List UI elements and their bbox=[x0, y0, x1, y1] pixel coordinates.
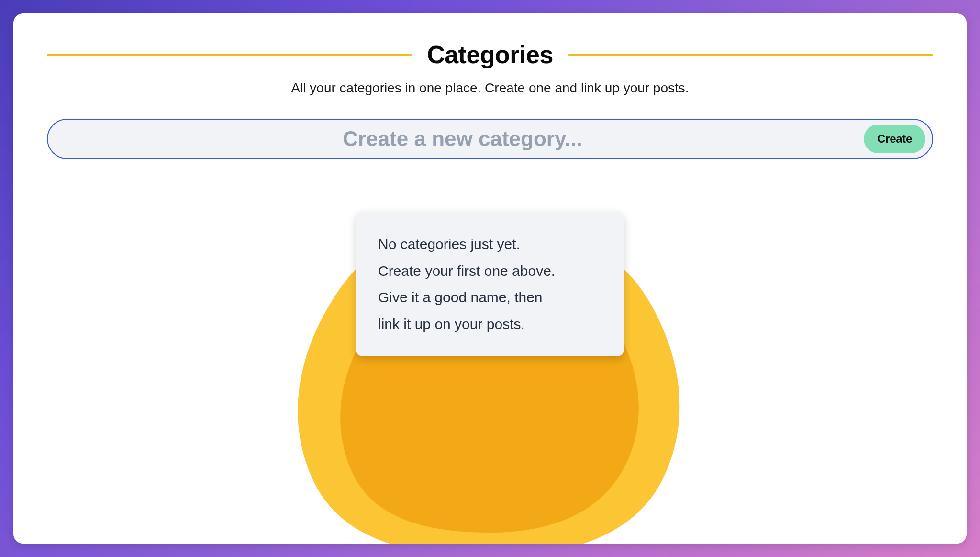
empty-state-card: No categories just yet. Create your firs… bbox=[356, 212, 624, 356]
empty-state: No categories just yet. Create your firs… bbox=[47, 178, 933, 427]
create-button[interactable]: Create bbox=[864, 125, 925, 153]
title-divider-right bbox=[568, 54, 933, 56]
title-row: Categories bbox=[47, 40, 933, 69]
category-name-input[interactable] bbox=[61, 125, 864, 153]
empty-state-line: Give it a good name, then bbox=[378, 284, 602, 311]
empty-state-line: No categories just yet. bbox=[378, 231, 602, 258]
empty-state-line: link it up on your posts. bbox=[378, 311, 602, 338]
main-card: Categories All your categories in one pl… bbox=[13, 13, 967, 544]
page-title: Categories bbox=[427, 40, 553, 69]
page-subtitle: All your categories in one place. Create… bbox=[47, 80, 933, 96]
empty-state-line: Create your first one above. bbox=[378, 258, 602, 284]
title-divider-left bbox=[47, 54, 412, 56]
create-category-form: Create bbox=[47, 119, 933, 159]
